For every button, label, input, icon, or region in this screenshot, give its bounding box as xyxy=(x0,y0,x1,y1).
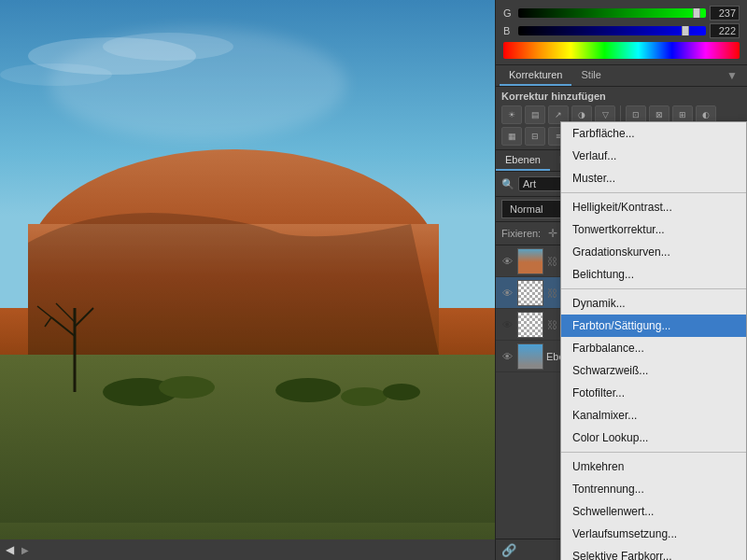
fix-position-icon[interactable]: ✛ xyxy=(548,227,557,240)
menu-item-farbbalance[interactable]: Farbbalance... xyxy=(561,337,746,359)
tab-ebenen[interactable]: Ebenen xyxy=(496,150,550,171)
brightness-icon[interactable]: ☀ xyxy=(501,105,522,124)
gradient-map-icon[interactable]: ▦ xyxy=(501,127,522,146)
layer-visibility-eye[interactable]: 👁 xyxy=(500,349,514,364)
right-panel: G B Korrekturen Stile ▼ Korrektu xyxy=(495,0,747,560)
svg-rect-21 xyxy=(518,344,543,370)
layer-chain-icon: ⛓ xyxy=(547,319,557,330)
menu-item-verlaufsumsetzung[interactable]: Verlaufsumsetzung... xyxy=(561,523,746,545)
bottom-status: ▶ xyxy=(21,545,29,555)
correction-dropdown-icon[interactable]: ▼ xyxy=(721,65,743,86)
canvas-bottom-bar: ◀ ▶ xyxy=(0,539,495,560)
color-section: G B xyxy=(496,0,747,65)
svg-point-16 xyxy=(341,387,388,406)
tab-stile[interactable]: Stile xyxy=(571,65,610,86)
green-thumb[interactable] xyxy=(693,8,700,18)
layer-thumbnail xyxy=(517,312,543,338)
menu-item-kanalmixer[interactable]: Kanalmixer... xyxy=(561,404,746,427)
blue-value[interactable] xyxy=(710,23,740,38)
menu-item-umkehren[interactable]: Umkehren xyxy=(561,455,746,478)
blue-label: B xyxy=(503,25,514,36)
menu-item-selektive[interactable]: Selektive Farbkorr... xyxy=(561,545,746,560)
layer-visibility-eye[interactable]: 👁 xyxy=(500,254,514,269)
layer-visibility-eye[interactable]: 👁 xyxy=(500,317,514,332)
context-menu: Farbfläche... Verlauf... Muster... Helli… xyxy=(560,121,747,560)
layer-visibility-eye[interactable]: 👁 xyxy=(500,286,514,301)
menu-item-tontrennung[interactable]: Tontrennung... xyxy=(561,478,746,500)
menu-separator-3 xyxy=(561,452,746,453)
bottom-left-icon[interactable]: ◀ xyxy=(6,543,14,556)
layer-thumbnail xyxy=(517,343,543,370)
canvas-image xyxy=(0,0,495,560)
blue-channel-row: B xyxy=(503,23,740,38)
menu-item-colorlookup[interactable]: Color Lookup... xyxy=(561,427,746,449)
menu-item-schwarzweiss[interactable]: Schwarzweiß... xyxy=(561,359,746,382)
menu-item-tonwert[interactable]: Tonwertkorrektur... xyxy=(561,218,746,241)
layer-chain-icon: ⛓ xyxy=(547,287,557,299)
menu-item-farbton[interactable]: Farbton/Sättigung... xyxy=(561,315,746,337)
layer-thumbnail xyxy=(517,248,543,274)
fix-label: Fixieren: xyxy=(501,228,541,239)
menu-separator-2 xyxy=(561,288,746,289)
photo-filter-icon[interactable]: ⊟ xyxy=(525,127,545,146)
menu-separator-1 xyxy=(561,192,746,193)
layer-thumbnail xyxy=(517,280,543,306)
green-label: G xyxy=(503,7,514,19)
menu-item-belichtung[interactable]: Belichtung... xyxy=(561,263,746,286)
tab-korrekturen[interactable]: Korrekturen xyxy=(500,65,571,86)
green-value[interactable] xyxy=(710,6,740,21)
canvas-area: ◀ ▶ xyxy=(0,0,495,560)
menu-item-schwellenwert[interactable]: Schwellenwert... xyxy=(561,500,746,523)
menu-item-dynamik[interactable]: Dynamik... xyxy=(561,292,746,315)
menu-item-fotofilter[interactable]: Fotofilter... xyxy=(561,382,746,404)
link-layers-icon[interactable]: 🔗 xyxy=(501,543,516,557)
svg-point-14 xyxy=(159,376,215,399)
green-channel-row: G xyxy=(503,6,740,21)
svg-point-15 xyxy=(275,378,341,402)
correction-panel-title: Korrektur hinzufügen xyxy=(501,91,741,102)
cloud-decoration xyxy=(49,28,346,140)
blue-thumb[interactable] xyxy=(682,26,689,35)
menu-item-verlauf[interactable]: Verlauf... xyxy=(561,145,746,167)
svg-point-17 xyxy=(383,384,420,400)
blue-slider[interactable] xyxy=(518,26,706,35)
menu-item-farbflaeche[interactable]: Farbfläche... xyxy=(561,122,746,145)
color-spectrum[interactable] xyxy=(503,42,740,59)
correction-tabs-row: Korrekturen Stile ▼ xyxy=(496,65,747,87)
layer-chain-icon: ⛓ xyxy=(547,256,557,267)
menu-item-helligkeit[interactable]: Helligkeit/Kontrast... xyxy=(561,196,746,218)
search-icon: 🔍 xyxy=(501,178,514,190)
svg-rect-18 xyxy=(518,249,543,274)
green-slider[interactable] xyxy=(518,8,706,18)
menu-item-gradation[interactable]: Gradationskurven... xyxy=(561,241,746,263)
main-layout: ◀ ▶ G B Korrekturen xyxy=(0,0,747,560)
menu-item-muster[interactable]: Muster... xyxy=(561,167,746,189)
levels-icon[interactable]: ▤ xyxy=(525,105,545,124)
